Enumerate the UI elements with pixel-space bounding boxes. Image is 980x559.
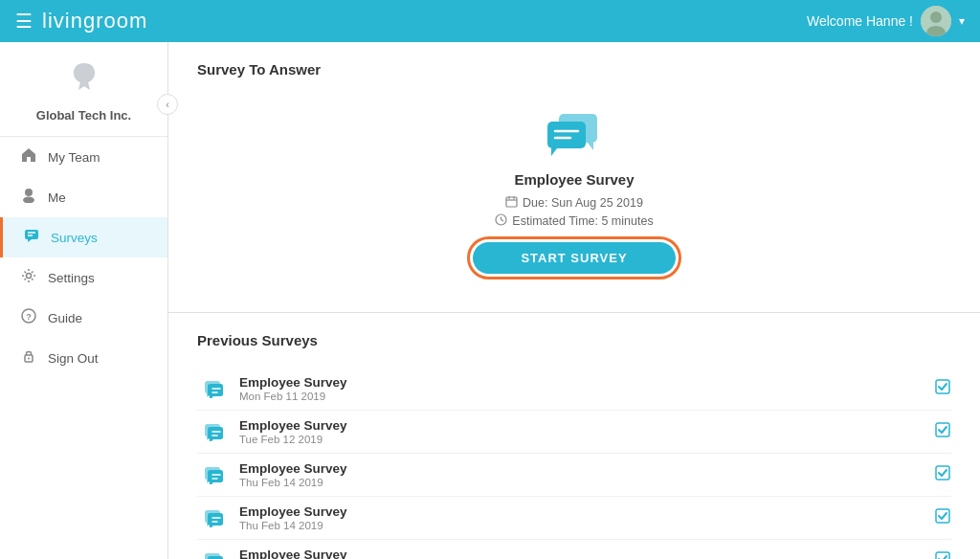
logo-icon (66, 59, 102, 104)
survey-list-icon-1 (197, 422, 232, 441)
survey-list-date-0: Mon Feb 11 2019 (239, 391, 934, 402)
svg-point-9 (27, 274, 32, 279)
svg-rect-5 (25, 230, 38, 239)
survey-icon-container (544, 106, 605, 162)
svg-text:?: ? (26, 312, 32, 322)
survey-list-check-2 (934, 464, 951, 485)
sidebar-collapse-button[interactable]: ‹ (157, 94, 178, 115)
survey-list-info-0: Employee Survey Mon Feb 11 2019 (232, 375, 934, 402)
survey-answer-section: Survey To Answer Employee Su (168, 42, 980, 313)
sidebar-item-me-label: Me (48, 190, 66, 205)
svg-rect-29 (208, 384, 223, 396)
survey-list-item[interactable]: Employee Survey Mon Feb 11 2019 (197, 368, 951, 411)
survey-list-icon-2 (197, 465, 232, 484)
svg-rect-61 (936, 552, 949, 559)
survey-list-date-2: Thu Feb 14 2019 (239, 477, 934, 488)
avatar[interactable] (921, 6, 951, 36)
survey-list-name-2: Employee Survey (239, 461, 934, 476)
survey-list-item[interactable]: Employee Survey Fri Feb 15 2019 (197, 540, 951, 559)
sidebar-logo: Global Tech Inc. (0, 42, 167, 137)
survey-card: Employee Survey Due: Sun Aug 25 2019 Est… (197, 97, 951, 289)
lock-icon (19, 348, 38, 368)
survey-list: Employee Survey Mon Feb 11 2019 (197, 368, 951, 559)
chevron-down-icon[interactable]: ▾ (959, 14, 965, 28)
survey-meta: Due: Sun Aug 25 2019 Estimated Time: 5 m… (495, 195, 653, 229)
estimated-time-text: Estimated Time: 5 minutes (512, 214, 653, 228)
survey-list-icon-4 (197, 551, 232, 559)
svg-point-13 (28, 358, 30, 360)
survey-list-name-1: Employee Survey (239, 418, 934, 433)
previous-surveys-section: Previous Surveys Employee Survey Mon Feb… (168, 313, 980, 559)
settings-icon (19, 268, 38, 287)
topnav: ☰ livingroom Welcome Hanne ! ▾ (0, 0, 980, 42)
brand-name: livingroom (42, 9, 807, 34)
clock-icon (495, 213, 507, 229)
survey-list-info-4: Employee Survey Fri Feb 15 2019 (232, 548, 934, 559)
survey-list-info-1: Employee Survey Tue Feb 12 2019 (232, 418, 934, 445)
survey-list-item[interactable]: Employee Survey Tue Feb 12 2019 (197, 411, 951, 454)
sidebar-item-me[interactable]: Me (0, 177, 167, 217)
svg-rect-43 (208, 470, 223, 482)
svg-point-4 (23, 197, 34, 204)
survey-list-item[interactable]: Employee Survey Thu Feb 14 2019 (197, 454, 951, 497)
guide-icon: ? (19, 308, 38, 327)
sidebar-item-my-team[interactable]: My Team (0, 137, 167, 177)
welcome-text: Welcome Hanne ! (807, 13, 913, 29)
survey-list-check-3 (934, 507, 951, 528)
surveys-icon (22, 228, 41, 247)
survey-list-icon-0 (197, 379, 232, 398)
survey-list-date-3: Thu Feb 14 2019 (239, 520, 934, 531)
svg-point-1 (930, 11, 942, 23)
survey-list-date-1: Tue Feb 12 2019 (239, 434, 934, 445)
survey-list-check-1 (934, 421, 951, 442)
svg-line-26 (501, 220, 504, 222)
svg-marker-17 (551, 148, 557, 156)
svg-marker-15 (588, 143, 593, 150)
survey-list-name-4: Employee Survey (239, 548, 934, 559)
survey-list-info-2: Employee Survey Thu Feb 14 2019 (232, 461, 934, 488)
calendar-icon (505, 195, 518, 211)
previous-surveys-title: Previous Surveys (197, 332, 951, 348)
svg-marker-37 (210, 439, 213, 441)
survey-list-name-0: Employee Survey (239, 375, 934, 390)
svg-rect-50 (208, 513, 223, 525)
due-date-text: Due: Sun Aug 25 2019 (523, 196, 643, 210)
start-survey-button[interactable]: START SURVEY (473, 242, 675, 274)
sidebar-item-my-team-label: My Team (48, 150, 100, 165)
home-icon (19, 147, 38, 167)
sidebar-item-settings[interactable]: Settings (0, 257, 167, 298)
svg-rect-20 (506, 197, 517, 207)
sidebar-nav: My Team Me Surveys (0, 137, 167, 559)
sidebar-item-guide-label: Guide (48, 311, 82, 325)
survey-list-check-4 (934, 550, 951, 559)
svg-marker-51 (210, 525, 213, 527)
hamburger-icon[interactable]: ☰ (15, 10, 33, 33)
svg-point-3 (25, 189, 33, 196)
survey-chat-icon (544, 106, 605, 158)
survey-due-date: Due: Sun Aug 25 2019 (505, 195, 643, 211)
survey-list-icon-3 (197, 508, 232, 527)
survey-name: Employee Survey (514, 171, 634, 188)
svg-rect-16 (547, 122, 586, 148)
sidebar-item-surveys[interactable]: Surveys (0, 217, 167, 257)
company-name: Global Tech Inc. (36, 108, 131, 123)
survey-list-check-0 (934, 378, 951, 399)
svg-marker-6 (28, 239, 32, 242)
sidebar-item-sign-out[interactable]: Sign Out (0, 338, 167, 378)
main-content: Survey To Answer Employee Su (168, 42, 980, 559)
sidebar-item-sign-out-label: Sign Out (48, 351, 99, 366)
svg-rect-36 (208, 427, 223, 439)
sidebar: Global Tech Inc. My Team Me (0, 42, 168, 559)
survey-list-info-3: Employee Survey Thu Feb 14 2019 (232, 504, 934, 531)
survey-list-item[interactable]: Employee Survey Thu Feb 14 2019 (197, 497, 951, 540)
sidebar-item-guide[interactable]: ? Guide (0, 298, 167, 338)
svg-marker-44 (210, 482, 213, 484)
person-icon (19, 188, 38, 207)
svg-marker-30 (210, 396, 213, 398)
survey-answer-title: Survey To Answer (197, 61, 951, 78)
sidebar-item-settings-label: Settings (48, 271, 95, 285)
survey-estimated-time: Estimated Time: 5 minutes (495, 213, 653, 229)
welcome-area: Welcome Hanne ! ▾ (807, 6, 965, 36)
sidebar-item-surveys-label: Surveys (51, 231, 98, 245)
survey-list-name-3: Employee Survey (239, 504, 934, 519)
